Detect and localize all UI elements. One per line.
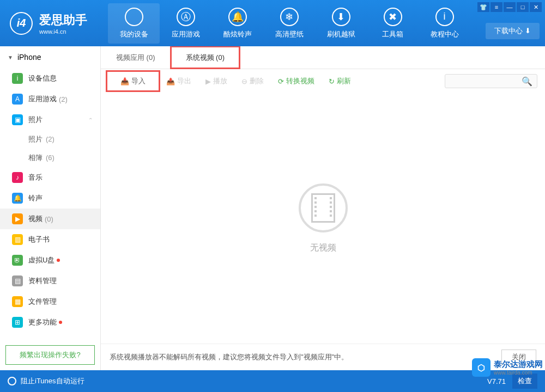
window-controls: 👕 ≡ — □ ✕ bbox=[477, 2, 542, 12]
topnav-icon: i bbox=[435, 8, 454, 26]
watermark-icon: ⬡ bbox=[472, 358, 491, 377]
watermark-sub: www.tairda.com bbox=[494, 370, 543, 376]
convert-icon: ⟳ bbox=[278, 77, 284, 85]
topnav-label: 应用游戏 bbox=[160, 29, 211, 39]
empty-text: 无视频 bbox=[310, 242, 336, 254]
convert-button[interactable]: ⟳转换视频 bbox=[272, 74, 320, 88]
sidebar-subitem[interactable]: 相簿(6) bbox=[0, 149, 100, 167]
sidebar-item[interactable]: ▣照片⌃ bbox=[0, 109, 100, 130]
sidebar-item-icon: ▤ bbox=[12, 275, 23, 286]
topnav-icon: 🔔 bbox=[228, 8, 247, 26]
logo-icon: i4 bbox=[10, 12, 33, 35]
sidebar-item-label: 铃声 bbox=[28, 193, 43, 203]
sidebar-item[interactable]: ⛨虚拟U盘 bbox=[0, 250, 100, 271]
topnav-label: 我的设备 bbox=[108, 29, 160, 39]
chevron-down-icon: ▼ bbox=[8, 54, 13, 60]
topnav-item[interactable]: 我的设备 bbox=[108, 3, 160, 44]
maximize-button[interactable]: □ bbox=[517, 2, 529, 12]
hint-text: 系统视频播放器不能解码所有视频，建议您将视频文件导入到"视频应用"中。 bbox=[110, 352, 348, 362]
device-selector[interactable]: ▼ iPhone bbox=[0, 46, 100, 68]
sidebar-item-label: 电子书 bbox=[28, 235, 50, 244]
sidebar-item-label: 音乐 bbox=[28, 173, 43, 182]
notification-dot bbox=[59, 321, 62, 324]
app-header: i4 爱思助手 www.i4.cn 我的设备Ⓐ应用游戏🔔酷炫铃声❄高清壁纸⬇刷机… bbox=[0, 0, 545, 46]
search-icon: 🔍 bbox=[522, 76, 532, 87]
sidebar-item-icon: i bbox=[12, 73, 23, 84]
sidebar-item-label: 应用游戏 bbox=[28, 94, 57, 104]
empty-video-icon bbox=[299, 183, 348, 232]
topnav-item[interactable]: ✖工具箱 bbox=[367, 3, 419, 44]
delete-button[interactable]: ⊖删除 bbox=[236, 74, 269, 88]
help-link[interactable]: 频繁出现操作失败? bbox=[5, 345, 95, 365]
topnav-icon: ⬇ bbox=[332, 8, 350, 26]
topnav-item[interactable]: ❄高清壁纸 bbox=[263, 3, 315, 44]
topnav-item[interactable]: i教程中心 bbox=[419, 3, 470, 44]
device-name: iPhone bbox=[17, 53, 41, 62]
sidebar-item-label: 资料管理 bbox=[28, 276, 57, 286]
topnav-item[interactable]: ⬇刷机越狱 bbox=[315, 3, 367, 44]
close-button[interactable]: ✕ bbox=[530, 2, 542, 12]
tab[interactable]: 系统视频 (0) bbox=[171, 46, 240, 69]
sidebar-item-icon: ⛨ bbox=[12, 255, 23, 266]
play-icon: ▶ bbox=[205, 77, 211, 85]
top-nav: 我的设备Ⓐ应用游戏🔔酷炫铃声❄高清壁纸⬇刷机越狱✖工具箱i教程中心 bbox=[108, 3, 470, 44]
topnav-icon: ❄ bbox=[280, 8, 299, 26]
watermark: ⬡ 泰尔达游戏网 www.tairda.com bbox=[472, 358, 543, 377]
menu-icon[interactable]: ≡ bbox=[491, 2, 502, 12]
sidebar-item-label: 设备信息 bbox=[28, 74, 57, 83]
itunes-toggle[interactable]: 阻止iTunes自动运行 bbox=[8, 376, 84, 386]
app-title: 爱思助手 bbox=[39, 12, 87, 28]
sidebar-item-label: 更多功能 bbox=[28, 317, 57, 327]
play-button[interactable]: ▶播放 bbox=[200, 74, 233, 88]
sidebar-subitem[interactable]: 照片(2) bbox=[0, 130, 100, 149]
sidebar-item[interactable]: ▥电子书 bbox=[0, 229, 100, 250]
main-panel: 视频应用 (0)系统视频 (0) 📥导入 📤导出 ▶播放 ⊖删除 ⟳转换视频 ↻… bbox=[101, 46, 545, 370]
topnav-label: 刷机越狱 bbox=[315, 29, 367, 39]
shirt-icon[interactable]: 👕 bbox=[477, 2, 489, 12]
watermark-title: 泰尔达游戏网 bbox=[494, 359, 543, 370]
app-subtitle: www.i4.cn bbox=[39, 28, 87, 35]
toolbar: 📥导入 📤导出 ▶播放 ⊖删除 ⟳转换视频 ↻刷新 🔍 bbox=[101, 69, 545, 93]
sidebar-item-label: 视频 bbox=[28, 214, 43, 224]
sidebar-item[interactable]: ⊞更多功能 bbox=[0, 312, 100, 333]
sidebar-item[interactable]: ▦文件管理 bbox=[0, 291, 100, 312]
chevron-icon: ⌃ bbox=[88, 117, 93, 123]
topnav-label: 工具箱 bbox=[367, 29, 419, 39]
sidebar-item[interactable]: i设备信息 bbox=[0, 68, 100, 89]
download-center-button[interactable]: 下载中心 ⬇ bbox=[486, 23, 540, 39]
topnav-icon: ✖ bbox=[384, 8, 402, 26]
delete-icon: ⊖ bbox=[241, 77, 247, 85]
refresh-button[interactable]: ↻刷新 bbox=[323, 74, 356, 88]
sidebar-item-count: (0) bbox=[45, 215, 53, 223]
export-icon: 📤 bbox=[166, 77, 175, 85]
minimize-button[interactable]: — bbox=[504, 2, 516, 12]
footer: 阻止iTunes自动运行 V7.71 检查 bbox=[0, 370, 545, 392]
sidebar-item-label: 照片 bbox=[28, 115, 43, 125]
sidebar-item[interactable]: A应用游戏(2) bbox=[0, 89, 100, 109]
import-button[interactable]: 📥导入 bbox=[108, 73, 158, 89]
refresh-icon: ↻ bbox=[329, 77, 335, 85]
import-icon: 📥 bbox=[120, 77, 129, 85]
sidebar: ▼ iPhone i设备信息A应用游戏(2)▣照片⌃照片(2)相簿(6)♪音乐🔔… bbox=[0, 46, 101, 370]
tabs: 视频应用 (0)系统视频 (0) bbox=[101, 46, 545, 69]
sidebar-item-label: 文件管理 bbox=[28, 297, 57, 307]
content-area: 无视频 bbox=[101, 93, 545, 344]
topnav-label: 酷炫铃声 bbox=[211, 29, 263, 39]
toggle-icon bbox=[8, 377, 16, 385]
sidebar-item-count: (2) bbox=[59, 95, 68, 103]
sidebar-item-icon: ▦ bbox=[12, 296, 23, 307]
sidebar-item[interactable]: 🔔铃声 bbox=[0, 188, 100, 209]
tab[interactable]: 视频应用 (0) bbox=[101, 46, 171, 69]
topnav-item[interactable]: Ⓐ应用游戏 bbox=[160, 3, 211, 44]
sidebar-item-icon: ▥ bbox=[12, 234, 23, 245]
search-input[interactable]: 🔍 bbox=[445, 74, 537, 88]
sidebar-item[interactable]: ♪音乐 bbox=[0, 167, 100, 188]
export-button[interactable]: 📤导出 bbox=[161, 74, 197, 88]
sidebar-item-icon: ⊞ bbox=[12, 317, 23, 328]
topnav-item[interactable]: 🔔酷炫铃声 bbox=[211, 3, 263, 44]
sidebar-item[interactable]: ▤资料管理 bbox=[0, 271, 100, 291]
sidebar-item-icon: ▶ bbox=[12, 213, 23, 224]
sidebar-item[interactable]: ▶视频(0) bbox=[0, 209, 100, 229]
sidebar-item-label: 虚拟U盘 bbox=[28, 255, 55, 265]
topnav-icon: Ⓐ bbox=[177, 8, 195, 26]
